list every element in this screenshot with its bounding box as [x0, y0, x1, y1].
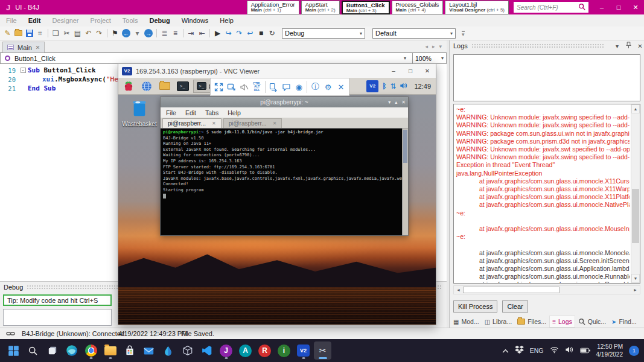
edge-icon[interactable] [63, 341, 80, 360]
ctrl-alt-del-button[interactable]: CTRLALTDEL [251, 80, 263, 94]
web-browser-icon[interactable] [139, 79, 154, 94]
notification-badge[interactable]: 1 [629, 346, 639, 356]
quick-tab-process_globals[interactable]: Process_GlobalsMain (ctrl + 4) [392, 1, 444, 14]
scroll-up-icon[interactable]: ▲ [631, 104, 640, 113]
record-icon[interactable]: ◉ [293, 80, 305, 94]
dock-tab-libra[interactable]: ◫Libra... [482, 316, 515, 327]
indent-icon[interactable]: ⇥ [186, 28, 196, 39]
terminal-menu-tabs[interactable]: Tabs [205, 109, 218, 116]
menu-file[interactable]: File [6, 17, 17, 24]
snipping-tool-icon[interactable]: ✂ [314, 341, 331, 360]
audio-muted-icon[interactable] [238, 80, 250, 94]
menu-help[interactable]: Help [220, 17, 234, 24]
outdent-icon[interactable]: ⇤ [197, 28, 207, 39]
copy-icon[interactable]: ❏ [51, 28, 61, 39]
close-icon[interactable]: ✕ [273, 121, 277, 126]
quick-tab-application_error[interactable]: Application_ErrorMain (ctrl + 1) [247, 1, 299, 14]
sub-selector[interactable]: Button1_Click ▾ [0, 52, 413, 64]
menu-project[interactable]: Project [91, 17, 111, 24]
start-button[interactable] [5, 341, 22, 360]
close-icon[interactable]: ✕ [636, 43, 644, 49]
undo-icon[interactable]: ↶ [83, 28, 94, 39]
back-dropdown-icon[interactable]: ▾ [132, 28, 142, 39]
b4i-icon[interactable]: i [275, 341, 293, 360]
save-icon[interactable] [24, 28, 34, 39]
network-arrows-icon[interactable]: ⇅ [390, 82, 396, 91]
navigate-back-icon[interactable]: ← [122, 29, 130, 37]
stop-icon[interactable]: ■ [256, 28, 266, 39]
close-icon[interactable]: ✕ [36, 45, 40, 51]
terminal-menu-file[interactable]: File [166, 109, 176, 116]
log-filter-box[interactable] [453, 54, 640, 101]
minimize-button[interactable]: – [593, 0, 610, 14]
new-file-icon[interactable]: ✎ [2, 28, 13, 39]
scroll-down-icon[interactable]: ▼ [631, 274, 640, 283]
toolbar-overflow-icon[interactable]: ▾ [462, 31, 465, 36]
maximize-button[interactable]: ▴ [395, 100, 397, 105]
microsoft-store-icon[interactable] [121, 341, 138, 360]
dock-tab-quic[interactable]: Quic... [576, 316, 608, 327]
vnc-viewer-icon[interactable]: V2 [295, 341, 312, 360]
dropbox-icon[interactable] [515, 345, 524, 356]
scrollbar-thumb[interactable] [463, 287, 560, 293]
comment-icon[interactable]: ≣ [159, 28, 170, 39]
chat-icon[interactable] [280, 80, 292, 94]
terminal-scrollbar[interactable] [402, 129, 408, 235]
menu-debug[interactable]: Debug [149, 17, 170, 24]
maximize-button[interactable]: □ [610, 0, 627, 14]
editor-zoom-select[interactable]: 100% ▾ [413, 52, 447, 64]
tab-list-dropdown-icon[interactable]: ▾ [439, 43, 442, 49]
step-over-icon[interactable]: ↷ [234, 28, 244, 39]
cut-icon[interactable]: ✂ [62, 28, 72, 39]
debug-watch-box[interactable] [3, 309, 112, 326]
wifi-icon[interactable] [550, 345, 559, 356]
mail-icon[interactable] [140, 341, 158, 360]
3d-viewer-icon[interactable] [179, 341, 196, 360]
battery-icon[interactable] [580, 345, 590, 356]
language-indicator[interactable]: ENG [530, 347, 544, 354]
run-icon[interactable]: ▶ [212, 28, 223, 39]
log-vertical-scrollbar[interactable]: ▲ ▼ [631, 104, 640, 283]
fold-collapse-icon[interactable]: - [21, 68, 26, 73]
file-explorer-icon[interactable] [101, 341, 119, 360]
settings-gear-icon[interactable]: ⚙ [322, 80, 334, 94]
volume-icon[interactable] [565, 345, 574, 356]
file-manager-icon[interactable] [157, 79, 172, 94]
info-icon[interactable]: ⓘ [309, 80, 321, 94]
paste-icon[interactable]: ▤ [72, 28, 83, 39]
maximize-button[interactable]: □ [402, 64, 419, 78]
minimize-button[interactable]: ▾ [388, 100, 391, 105]
minimize-button[interactable]: – [385, 64, 402, 78]
fullscreen-icon[interactable] [212, 80, 225, 94]
uncomment-icon[interactable]: ≡ [170, 28, 180, 39]
file-transfer-icon[interactable] [267, 80, 279, 94]
dock-tab-find[interactable]: ➤Find... [609, 316, 639, 327]
search-button[interactable] [24, 341, 42, 360]
tab-scroll-left-icon[interactable]: ◂ [425, 43, 428, 49]
scroll-left-icon[interactable]: ◄ [454, 288, 463, 292]
remote-desktop[interactable]: >_ >_ pi@raspberrypi: ~ V2 ᛒ ⇅ 12:49 CTR… [118, 78, 436, 325]
quick-tab-layout1.bjl[interactable]: Layout1.bjlVisual Designer (ctrl + 5) [445, 1, 509, 14]
clear-button[interactable]: Clear [502, 300, 528, 313]
step-out-icon[interactable]: ↩ [245, 28, 255, 39]
step-into-icon[interactable]: ↪ [223, 28, 234, 39]
scroll-right-icon[interactable]: ► [631, 288, 640, 292]
tab-main[interactable]: Main ✕ [2, 42, 45, 52]
bookmark-icon[interactable]: ⚑ [110, 28, 120, 39]
quick-tab-button1_click[interactable]: Button1_ClickMain (ctrl + 3) [342, 1, 390, 14]
panel-menu-icon[interactable]: ▾ [613, 43, 621, 49]
quick-tab-appstart[interactable]: AppStartMain (ctrl + 2) [301, 1, 340, 14]
debug-mode-select[interactable]: Debug ▾ [282, 28, 365, 39]
b4r-icon[interactable]: R [256, 341, 273, 360]
close-button[interactable]: ✕ [401, 100, 406, 105]
tab-scroll-right-icon[interactable]: ▸ [432, 43, 435, 49]
log-output-area[interactable]: ~e:WARNING: Unknown module: javafx.swing… [453, 104, 640, 284]
navigate-forward-icon[interactable]: → [144, 29, 153, 37]
wastebasket-desktop-icon[interactable]: Wastebasket [121, 98, 158, 127]
task-view-button[interactable] [43, 341, 61, 360]
terminal-menu-edit[interactable]: Edit [185, 109, 196, 116]
kill-process-button[interactable]: Kill Process [453, 300, 497, 313]
vscode-icon[interactable] [198, 341, 215, 360]
build-config-select[interactable]: Default ▾ [372, 28, 456, 39]
dock-tab-files[interactable]: Files... [515, 316, 549, 327]
